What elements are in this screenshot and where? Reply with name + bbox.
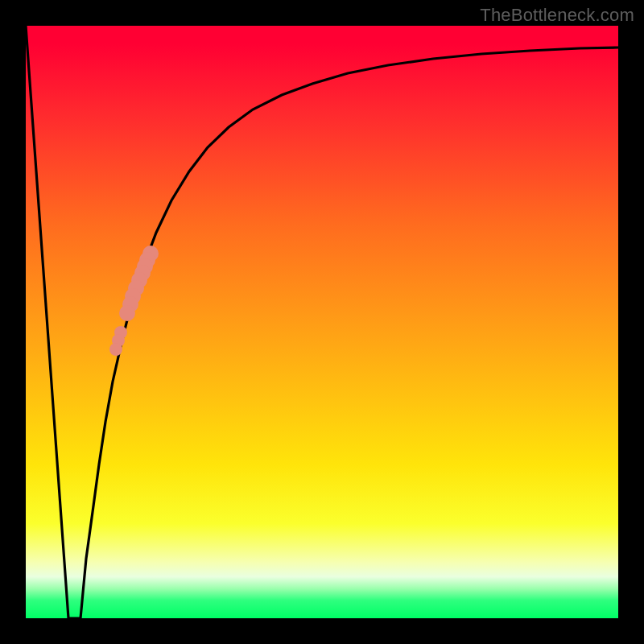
curve-layer	[26, 26, 618, 618]
chart-frame: TheBottleneck.com	[0, 0, 644, 644]
plot-area	[26, 26, 618, 618]
bottleneck-curve	[26, 26, 618, 618]
marker-group	[109, 246, 159, 356]
watermark-text: TheBottleneck.com	[480, 5, 634, 26]
marker-dot	[109, 343, 122, 356]
marker-dot	[119, 305, 135, 321]
